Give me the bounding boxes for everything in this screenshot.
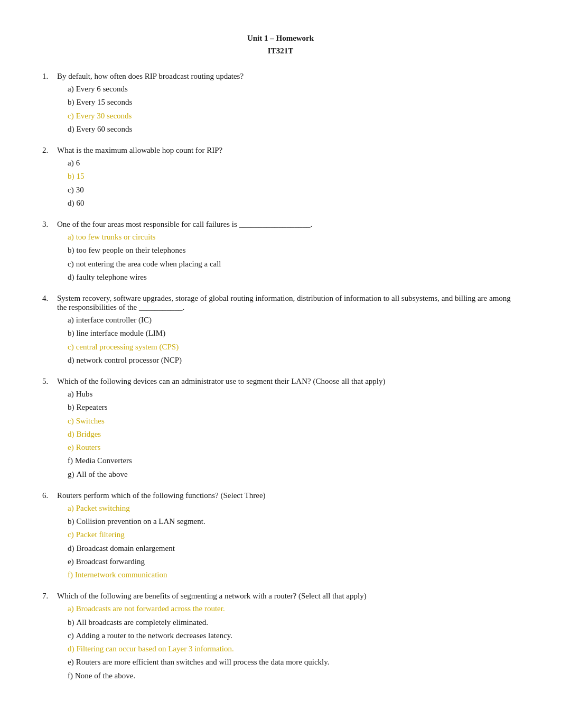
question-1-option-3-label: c): [68, 112, 74, 120]
question-3-number: 3.: [42, 220, 54, 284]
question-3-text: One of the four areas most responsible f…: [57, 220, 519, 229]
question-6-option-2-label: b): [68, 517, 74, 526]
question-2-option-3: c)30: [68, 184, 519, 196]
header-line2: IT321T: [42, 44, 519, 57]
question-2: 2.What is the maximum allowable hop coun…: [42, 146, 519, 210]
question-7-options: a)Broadcasts are not forwarded across th…: [68, 603, 519, 682]
question-6-option-6-text: Internetwork communication: [75, 570, 167, 579]
question-5-option-1: a)Hubs: [68, 388, 519, 400]
question-7-number: 7.: [42, 592, 54, 683]
question-4-option-3: c)central processing system (CPS): [68, 341, 519, 353]
question-7-option-3-text: Adding a router to the network decreases…: [76, 631, 232, 640]
question-5-option-6: f)Media Converters: [68, 455, 519, 467]
question-7-option-3-label: c): [68, 631, 74, 640]
question-5-option-1-label: a): [68, 390, 74, 398]
question-5-option-5: e)Routers: [68, 441, 519, 454]
question-6-option-4-label: d): [68, 544, 74, 552]
question-5-option-6-text: Media Converters: [75, 456, 132, 465]
question-4-option-4-label: d): [68, 356, 74, 364]
question-1-option-1-label: a): [68, 85, 74, 93]
question-4-option-3-text: central processing system (CPS): [76, 343, 179, 351]
question-5-option-5-label: e): [68, 443, 74, 451]
question-2-option-4-label: d): [68, 199, 74, 207]
question-2-option-2-label: b): [68, 172, 74, 180]
question-5-option-4-text: Bridges: [77, 430, 101, 438]
question-7-option-4: d)Filtering can occur based on Layer 3 i…: [68, 643, 519, 655]
question-6-option-3-label: c): [68, 530, 74, 539]
question-6-option-6-label: f): [68, 570, 73, 579]
question-2-option-2: b)15: [68, 170, 519, 182]
question-7: 7.Which of the following are benefits of…: [42, 592, 519, 683]
question-3-option-2-text: too few people on their telephones: [77, 246, 186, 254]
question-7-option-6: f)None of the above.: [68, 670, 519, 682]
question-5: 5.Which of the following devices can an …: [42, 377, 519, 482]
question-1-number: 1.: [42, 72, 54, 136]
question-5-option-5-text: Routers: [76, 443, 101, 451]
question-6-number: 6.: [42, 491, 54, 583]
question-5-option-6-label: f): [68, 456, 73, 465]
question-7-option-5-text: Routers are more efficient than switches…: [76, 658, 330, 666]
question-7-option-4-text: Filtering can occur based on Layer 3 inf…: [77, 644, 234, 653]
question-7-option-6-text: None of the above.: [75, 671, 135, 680]
question-1-options: a)Every 6 secondsb)Every 15 secondsc)Eve…: [68, 83, 519, 135]
question-1-option-1: a)Every 6 seconds: [68, 83, 519, 95]
question-7-option-2: b)All broadcasts are completely eliminat…: [68, 616, 519, 629]
questions-list: 1.By default, how often does RIP broadca…: [42, 72, 519, 683]
question-3-option-2: b)too few people on their telephones: [68, 244, 519, 256]
question-3-option-4-label: d): [68, 273, 74, 281]
question-7-option-2-text: All broadcasts are completely eliminated…: [77, 618, 209, 626]
question-2-option-1: a)6: [68, 157, 519, 169]
question-6-option-4-text: Broadcast domain enlargement: [77, 544, 175, 552]
question-3-option-4: d)faulty telephone wires: [68, 271, 519, 283]
question-5-option-7: g)All of the above: [68, 468, 519, 481]
question-1-option-4-text: Every 60 seconds: [77, 125, 133, 133]
question-3-option-3-label: c): [68, 260, 74, 268]
question-1-option-1-text: Every 6 seconds: [76, 85, 128, 93]
question-6-option-5-text: Broadcast forwarding: [76, 557, 145, 566]
question-5-option-4-label: d): [68, 430, 74, 438]
question-7-option-3: c)Adding a router to the network decreas…: [68, 630, 519, 642]
question-4-text: System recovery, software upgrades, stor…: [57, 294, 519, 312]
question-7-option-1: a)Broadcasts are not forwarded across th…: [68, 603, 519, 615]
question-1-option-2-text: Every 15 seconds: [77, 98, 133, 106]
question-6-option-5: e)Broadcast forwarding: [68, 556, 519, 568]
question-6-option-3: c)Packet filtering: [68, 529, 519, 541]
question-4-option-1-text: interface controller (IC): [76, 316, 152, 324]
question-7-option-2-label: b): [68, 618, 74, 626]
question-3: 3.One of the four areas most responsible…: [42, 220, 519, 284]
question-3-option-1-text: too few trunks or circuits: [76, 233, 156, 241]
question-5-option-7-label: g): [68, 470, 74, 478]
question-5-option-1-text: Hubs: [76, 390, 93, 398]
question-4-option-3-label: c): [68, 343, 74, 351]
question-6-option-4: d)Broadcast domain enlargement: [68, 542, 519, 555]
question-6-option-1: a)Packet switching: [68, 502, 519, 514]
question-6-option-1-label: a): [68, 504, 74, 512]
question-4-option-1-label: a): [68, 316, 74, 324]
question-1-text: By default, how often does RIP broadcast…: [57, 72, 519, 81]
question-4-option-2-label: b): [68, 329, 74, 337]
question-6-option-6: f)Internetwork communication: [68, 569, 519, 581]
question-5-option-4: d)Bridges: [68, 428, 519, 440]
question-1-option-2-label: b): [68, 98, 74, 106]
question-5-option-2-label: b): [68, 403, 74, 411]
header-line1: Unit 1 – Homework: [42, 32, 519, 44]
question-5-option-3: c)Switches: [68, 415, 519, 427]
question-1-option-2: b)Every 15 seconds: [68, 96, 519, 108]
question-5-option-2: b)Repeaters: [68, 401, 519, 413]
question-2-option-1-label: a): [68, 159, 74, 167]
question-5-options: a)Hubsb)Repeatersc)Switchesd)Bridgese)Ro…: [68, 388, 519, 481]
question-3-option-2-label: b): [68, 246, 74, 254]
question-1-option-4-label: d): [68, 125, 74, 133]
question-6-option-2: b)Collision prevention on a LAN segment.: [68, 515, 519, 528]
question-2-option-4-text: 60: [77, 199, 85, 207]
question-1: 1.By default, how often does RIP broadca…: [42, 72, 519, 136]
question-5-option-7-text: All of the above: [77, 470, 128, 478]
question-1-option-4: d)Every 60 seconds: [68, 123, 519, 135]
question-2-option-2-text: 15: [77, 172, 85, 180]
question-7-option-5: e)Routers are more efficient than switch…: [68, 656, 519, 668]
question-3-option-3: c)not entering the area code when placin…: [68, 258, 519, 270]
question-4-option-2-text: line interface module (LIM): [77, 329, 166, 337]
question-5-number: 5.: [42, 377, 54, 482]
question-6-option-3-text: Packet filtering: [76, 530, 125, 539]
question-7-option-1-label: a): [68, 604, 74, 613]
